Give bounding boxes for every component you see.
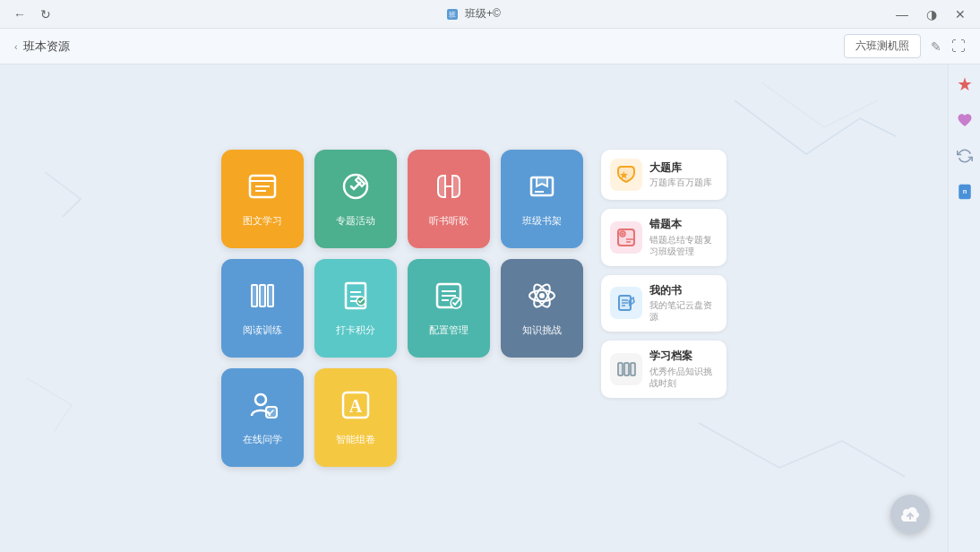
back-button[interactable]: ← [9, 5, 30, 23]
tile-task[interactable]: 打卡积分 [314, 259, 397, 358]
featured-title: 大题库 [649, 161, 718, 176]
app-title: 班级+© [465, 6, 501, 22]
svg-rect-13 [252, 285, 257, 306]
svg-rect-45 [624, 363, 629, 375]
tile-person-label: 在线问学 [243, 433, 282, 445]
wrong-title: 错题本 [649, 218, 718, 232]
topbar: ‹ 班本资源 六班测机照 ✎ ⛶ [0, 29, 980, 65]
main-content: 图文学习 专题活动 [0, 65, 948, 552]
edit-icon [340, 170, 372, 207]
mode-label: 六班测机照 [855, 39, 909, 54]
tile-atom-label: 知识挑战 [522, 323, 562, 336]
tile-save[interactable]: 班级书架 [501, 150, 583, 248]
topbar-breadcrumb[interactable]: ‹ 班本资源 [14, 39, 70, 55]
content-wrapper: 图文学习 专题活动 [221, 150, 726, 467]
tile-atom[interactable]: 知识挑战 [501, 259, 583, 358]
svg-rect-44 [618, 363, 623, 375]
svg-text:班: 班 [449, 11, 456, 19]
tile-library-label: 阅读训练 [243, 323, 282, 336]
back-chevron-icon: ‹ [14, 41, 18, 52]
titlebar-right: — ◑ ✕ [890, 5, 980, 23]
sidebar-icon-star[interactable] [952, 72, 977, 97]
cloud-sync-button[interactable] [890, 495, 930, 534]
wrong-icon-box [610, 221, 642, 254]
app-logo-icon: 班 [445, 7, 460, 22]
archive-icon-box [610, 353, 642, 385]
tile-check[interactable]: 配置管理 [408, 259, 490, 358]
minimize-button[interactable]: — [890, 5, 914, 23]
archive-text: 学习档案 优秀作品知识挑战时刻 [649, 349, 718, 389]
side-panel-notes[interactable]: 我的书 我的笔记云盘资源 [601, 275, 726, 332]
notes-text: 我的书 我的笔记云盘资源 [649, 284, 718, 323]
sidebar-icon-refresh[interactable] [952, 143, 977, 168]
svg-rect-14 [260, 285, 265, 306]
tile-check-label: 配置管理 [429, 323, 469, 336]
tile-audio-label: 听书听歌 [429, 214, 469, 227]
side-panel-wrong[interactable]: 错题本 错题总结专题复习班级管理 [601, 209, 726, 266]
refresh-button[interactable]: ↻ [36, 5, 56, 23]
check-icon [433, 280, 465, 316]
svg-text:A: A [349, 396, 363, 416]
sidebar-right: n [948, 65, 980, 552]
wrong-subtitle: 错题总结专题复习班级管理 [649, 234, 718, 257]
cloud-icon [899, 505, 921, 523]
svg-rect-46 [631, 363, 635, 375]
side-panel: 大题库 万题库百万题库 错题本 [601, 150, 726, 398]
notes-icon-box [610, 287, 642, 319]
topbar-right: 六班测机照 ✎ ⛶ [844, 34, 966, 58]
sidebar-icon-heart[interactable] [952, 108, 977, 133]
close-button[interactable]: ✕ [950, 5, 971, 23]
audio-icon [433, 170, 465, 207]
tile-edit[interactable]: 专题活动 [314, 150, 397, 248]
featured-subtitle: 万题库百万题库 [649, 177, 718, 188]
svg-point-30 [255, 394, 266, 405]
tile-font[interactable]: A 智能组卷 [314, 368, 397, 467]
tile-reading[interactable]: 图文学习 [221, 150, 304, 248]
reading-icon [246, 170, 279, 207]
notes-title: 我的书 [649, 284, 718, 298]
side-panel-featured[interactable]: 大题库 万题库百万题库 [601, 150, 726, 200]
tile-font-label: 智能组卷 [336, 433, 375, 445]
featured-icon-box [610, 159, 642, 191]
titlebar: ← ↻ 班 班级+© — ◑ ✕ [0, 0, 980, 29]
font-icon: A [340, 389, 372, 426]
atom-icon [526, 280, 558, 316]
app-grid: 图文学习 专题活动 [221, 150, 583, 467]
theme-button[interactable]: ◑ [921, 5, 942, 23]
titlebar-center: 班 班级+© [445, 6, 501, 22]
mode-select-button[interactable]: 六班测机照 [844, 34, 921, 58]
tile-person[interactable]: 在线问学 [221, 368, 304, 467]
save-icon [526, 170, 558, 207]
notes-subtitle: 我的笔记云盘资源 [649, 299, 718, 323]
edit-button[interactable]: ✎ [928, 37, 944, 56]
svg-rect-15 [268, 285, 273, 306]
library-icon [246, 280, 279, 316]
svg-text:n: n [962, 187, 967, 195]
tile-audio[interactable]: 听书听歌 [408, 150, 490, 248]
tile-library[interactable]: 阅读训练 [221, 259, 304, 358]
featured-text: 大题库 万题库百万题库 [649, 161, 718, 189]
grid-row-3: 在线问学 A 智能组卷 [221, 368, 583, 467]
breadcrumb-label: 班本资源 [23, 39, 70, 55]
svg-point-29 [539, 293, 545, 298]
tile-reading-label: 图文学习 [243, 214, 282, 227]
titlebar-left: ← ↻ [0, 5, 56, 23]
titlebar-nav: ← ↻ [9, 5, 56, 23]
wrong-text: 错题本 错题总结专题复习班级管理 [649, 218, 718, 257]
task-icon [340, 280, 372, 316]
tile-edit-label: 专题活动 [336, 214, 375, 227]
grid-row-1: 图文学习 专题活动 [221, 150, 583, 248]
grid-row-2: 阅读训练 打卡积分 [221, 259, 583, 358]
tile-save-label: 班级书架 [522, 214, 562, 227]
tile-task-label: 打卡积分 [336, 323, 375, 336]
archive-subtitle: 优秀作品知识挑战时刻 [649, 366, 718, 389]
expand-button[interactable]: ⛶ [951, 39, 966, 55]
sidebar-icon-bookmark[interactable]: n [952, 179, 977, 204]
side-panel-archive[interactable]: 学习档案 优秀作品知识挑战时刻 [601, 341, 726, 398]
archive-title: 学习档案 [649, 349, 718, 364]
person-icon [246, 389, 279, 426]
